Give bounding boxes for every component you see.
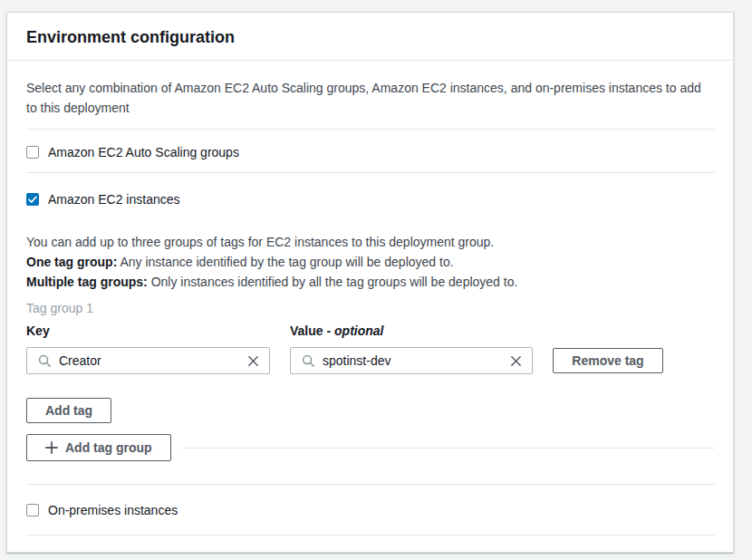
divider xyxy=(26,129,715,130)
add-tag-button[interactable]: Add tag xyxy=(26,398,111,423)
tag-help-line-3-lead: Multiple tag groups: xyxy=(26,275,148,289)
tag-help-line-2-lead: One tag group: xyxy=(26,255,117,269)
checkbox-row-on-premises: On-premises instances xyxy=(26,501,715,519)
checkbox-row-ec2-instances: Amazon EC2 instances xyxy=(26,190,715,208)
key-search-box xyxy=(26,347,270,374)
panel-header: Environment configuration xyxy=(7,13,733,61)
plus-icon xyxy=(45,441,58,454)
remove-tag-label-spacer xyxy=(553,323,663,339)
divider xyxy=(26,172,715,173)
auto-scaling-groups-label: Amazon EC2 Auto Scaling groups xyxy=(48,145,239,159)
tag-inputs-row: Remove tag xyxy=(26,347,715,374)
on-premises-checkbox[interactable] xyxy=(26,504,39,517)
tag-field-labels-row: Key Value - optional xyxy=(26,323,715,339)
divider xyxy=(26,535,715,536)
checkbox-row-auto-scaling-groups: Amazon EC2 Auto Scaling groups xyxy=(26,143,715,161)
add-tag-group-row: Add tag group xyxy=(26,434,715,461)
tag-help-line-1: You can add up to three groups of tags f… xyxy=(26,232,715,252)
ec2-instances-label: Amazon EC2 instances xyxy=(48,192,180,207)
tag-help-line-2: One tag group: Any instance identified b… xyxy=(26,252,715,272)
auto-scaling-groups-checkbox[interactable] xyxy=(26,146,39,159)
environment-configuration-panel: Environment configuration Select any com… xyxy=(6,12,734,553)
value-search-box xyxy=(290,347,533,374)
divider xyxy=(26,484,715,485)
panel-body: Select any combination of Amazon EC2 Aut… xyxy=(7,78,733,536)
close-icon xyxy=(509,354,523,368)
panel-title: Environment configuration xyxy=(26,28,715,46)
add-tag-group-button[interactable]: Add tag group xyxy=(26,434,171,461)
tag-group-title: Tag group 1 xyxy=(26,301,715,315)
value-optional-suffix: - optional xyxy=(326,323,383,338)
tag-help-line-2-text: Any instance identified by the tag group… xyxy=(120,255,453,269)
tag-help-line-3: Multiple tag groups: Only instances iden… xyxy=(26,272,715,292)
search-icon xyxy=(38,354,52,368)
add-tag-group-label: Add tag group xyxy=(65,440,152,455)
search-icon xyxy=(302,354,315,368)
ec2-instances-checkbox[interactable] xyxy=(26,193,39,206)
remove-tag-button[interactable]: Remove tag xyxy=(553,348,663,373)
key-clear-button[interactable] xyxy=(246,354,260,368)
tag-groups-help-text: You can add up to three groups of tags f… xyxy=(26,232,715,292)
panel-description: Select any combination of Amazon EC2 Aut… xyxy=(26,78,704,118)
key-label: Key xyxy=(26,323,270,339)
key-input[interactable] xyxy=(59,353,239,368)
on-premises-label: On-premises instances xyxy=(48,503,178,517)
checkmark-icon xyxy=(27,194,38,205)
tag-help-line-3-text: Only instances identified by all the tag… xyxy=(151,275,518,289)
value-clear-button[interactable] xyxy=(509,354,523,368)
value-label: Value - optional xyxy=(290,323,533,339)
value-input[interactable] xyxy=(323,353,502,368)
close-icon xyxy=(246,354,260,368)
divider xyxy=(183,448,715,449)
